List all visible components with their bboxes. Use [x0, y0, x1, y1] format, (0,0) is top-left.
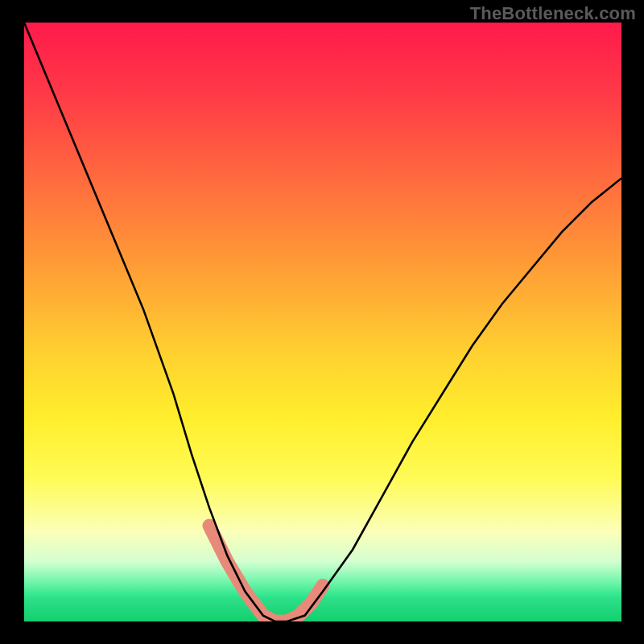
watermark-text: TheBottleneck.com: [470, 3, 636, 24]
bottleneck-curve: [24, 23, 621, 621]
highlight-markers: [209, 526, 323, 621]
bottleneck-curve-line: [24, 23, 621, 621]
plot-area: [24, 23, 621, 621]
chart-frame: TheBottleneck.com: [0, 0, 644, 644]
